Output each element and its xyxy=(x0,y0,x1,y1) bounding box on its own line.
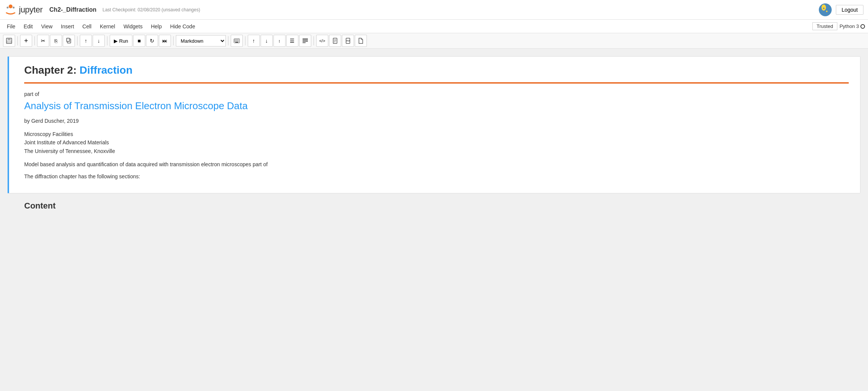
run-button[interactable]: ▶ Run xyxy=(110,35,132,47)
save-button[interactable] xyxy=(3,35,15,47)
menu-widgets[interactable]: Widgets xyxy=(120,22,146,31)
copy-icon: ⎘ xyxy=(54,38,57,44)
comment-icon xyxy=(302,38,308,44)
file-icon xyxy=(358,38,364,44)
move-up-button[interactable]: ↑ xyxy=(80,35,92,47)
svg-point-2 xyxy=(13,6,15,8)
svg-rect-24 xyxy=(303,40,308,42)
toolbar-sep-1 xyxy=(17,36,18,45)
menu-help[interactable]: Help xyxy=(147,22,166,31)
topbar-right: Logout xyxy=(818,3,863,17)
main-area: Chapter 2: Diffraction part of Analysis … xyxy=(0,49,868,391)
list-icon: ☰ xyxy=(290,38,295,44)
comment-button[interactable] xyxy=(299,35,311,47)
logout-button[interactable]: Logout xyxy=(836,5,863,15)
restart-run-button[interactable]: ⏭ xyxy=(159,35,171,47)
pdf-button[interactable]: PDF xyxy=(342,35,354,47)
toolbar: + ✂ ⎘ ↑ ↓ ▶ Run ■ ↻ ⏭ Mark xyxy=(0,33,868,49)
institution-line2: Joint Institute of Advanced Materials xyxy=(24,138,849,147)
file-button[interactable] xyxy=(355,35,367,47)
menu-file[interactable]: File xyxy=(3,22,19,31)
restart-icon: ↻ xyxy=(150,38,154,44)
cell-type-select[interactable]: Markdown Code Raw NBConvert Heading xyxy=(176,35,226,46)
cut-icon: ✂ xyxy=(41,38,45,44)
jupyter-wordmark: jupyter xyxy=(19,5,43,15)
menu-edit[interactable]: Edit xyxy=(20,22,37,31)
svg-rect-19 xyxy=(236,41,236,42)
paste-button[interactable] xyxy=(63,35,75,47)
stop-button[interactable]: ■ xyxy=(133,35,145,47)
move-down-button[interactable]: ↓ xyxy=(93,35,105,47)
diffraction-link[interactable]: Diffraction xyxy=(79,64,132,76)
svg-text:PDF: PDF xyxy=(346,40,350,42)
menu-cell[interactable]: Cell xyxy=(79,22,95,31)
copy-button[interactable]: ⎘ xyxy=(50,35,62,47)
svg-rect-23 xyxy=(303,39,308,40)
plus-icon: + xyxy=(24,37,28,45)
arrow-up-icon: ↑ xyxy=(85,38,87,44)
menu-insert[interactable]: Insert xyxy=(57,22,78,31)
cell-below-button[interactable]: ↓ xyxy=(261,35,273,47)
svg-rect-22 xyxy=(235,42,238,43)
keyboard-button[interactable] xyxy=(231,35,243,47)
kernel-name: Python 3 xyxy=(840,23,859,29)
author-line: by Gerd Duscher, 2019 xyxy=(24,118,849,124)
restart-button[interactable]: ↻ xyxy=(146,35,158,47)
toolbar-sep-4 xyxy=(107,36,107,45)
cell-below-icon: ↓ xyxy=(265,38,268,44)
save-icon xyxy=(6,38,12,44)
menubar: File Edit View Insert Cell Kernel Widget… xyxy=(0,20,868,33)
cell-above-button[interactable]: ↑ xyxy=(248,35,260,47)
orange-divider xyxy=(24,82,849,83)
code-view-icon: </> xyxy=(319,39,325,43)
doc-button[interactable] xyxy=(329,35,341,47)
svg-rect-10 xyxy=(7,41,11,43)
svg-point-1 xyxy=(7,6,9,8)
svg-rect-25 xyxy=(303,42,306,43)
cut-button[interactable]: ✂ xyxy=(37,35,49,47)
menu-hide-code[interactable]: Hide Code xyxy=(166,22,199,31)
jupyter-logo-icon xyxy=(5,4,17,16)
main-title-link[interactable]: Analysis of Transmission Electron Micros… xyxy=(24,100,849,112)
content-heading: Content xyxy=(8,201,860,217)
svg-point-0 xyxy=(9,5,12,8)
svg-rect-18 xyxy=(234,41,235,42)
kernel-indicator: Python 3 xyxy=(840,23,865,29)
arrow-down-icon: ↓ xyxy=(98,38,100,44)
svg-rect-17 xyxy=(238,40,239,40)
cell-content: Chapter 2: Diffraction part of Analysis … xyxy=(20,64,849,179)
svg-rect-20 xyxy=(237,41,238,42)
doc-icon xyxy=(332,38,338,44)
run-icon: ▶ xyxy=(114,38,118,44)
diffraction-section-text: The diffraction chapter has the followin… xyxy=(24,173,849,179)
toolbar-sep-2 xyxy=(34,36,35,45)
toggle-output-button[interactable]: ↕ xyxy=(273,35,286,47)
institution-line3: The University of Tennessee, Knoxville xyxy=(24,147,849,155)
notebook-title[interactable]: Ch2-_Diffraction xyxy=(50,6,96,13)
institution-block: Microscopy Facilities Joint Institute of… xyxy=(24,130,849,155)
run-label: Run xyxy=(119,38,128,44)
svg-rect-16 xyxy=(237,40,238,40)
pdf-icon: PDF xyxy=(345,38,351,44)
svg-point-6 xyxy=(823,8,825,9)
restart-run-icon: ⏭ xyxy=(162,38,168,44)
list-button[interactable]: ☰ xyxy=(286,35,298,47)
add-cell-button[interactable]: + xyxy=(20,35,32,47)
toggle-output-icon: ↕ xyxy=(278,39,281,43)
chapter-heading-text: Chapter 2: xyxy=(24,64,79,76)
trusted-badge: Trusted xyxy=(812,22,837,30)
svg-rect-12 xyxy=(67,38,70,42)
menu-view[interactable]: View xyxy=(37,22,56,31)
cell-above-icon: ↑ xyxy=(252,38,255,44)
toolbar-sep-5 xyxy=(173,36,174,45)
toolbar-sep-6 xyxy=(228,36,228,45)
part-of-label: part of xyxy=(24,91,849,97)
python-icon xyxy=(818,3,832,17)
code-view-button[interactable]: </> xyxy=(316,35,328,47)
paste-icon xyxy=(66,38,72,44)
menu-kernel[interactable]: Kernel xyxy=(96,22,119,31)
svg-rect-9 xyxy=(8,38,11,40)
toolbar-sep-3 xyxy=(77,36,78,45)
checkpoint-info: Last Checkpoint: 02/08/2020 (unsaved cha… xyxy=(102,7,200,12)
jupyter-logo[interactable]: jupyter xyxy=(5,4,43,16)
